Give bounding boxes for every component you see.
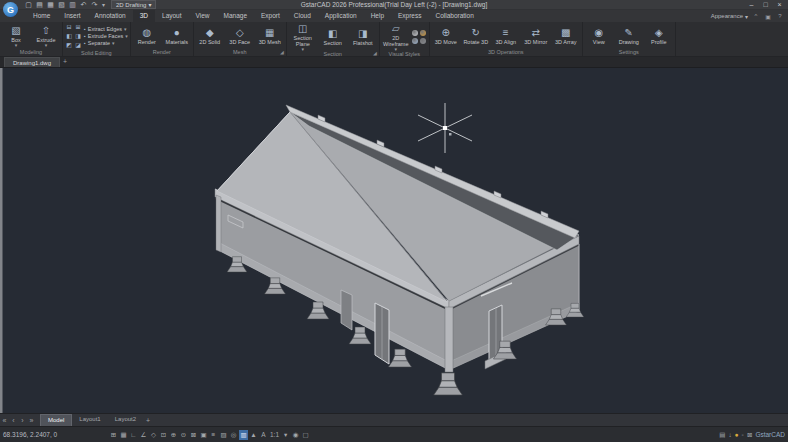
3d-mirror-button[interactable]: ⇄3D Mirror <box>522 27 550 45</box>
flatshot-button[interactable]: ◨Flatshot <box>349 28 377 46</box>
help-icon[interactable]: ? <box>776 13 784 19</box>
system-monitor-icon[interactable]: ▤ <box>719 431 725 439</box>
render-button[interactable]: ◍Render <box>133 27 161 45</box>
section-button[interactable]: ◧Section <box>319 28 347 46</box>
separate-button[interactable]: ▪Separate▾ <box>84 40 128 46</box>
new-file-button[interactable]: ▢ <box>24 0 33 9</box>
workspace-switcher[interactable]: 2D Drafting ▾ <box>111 0 156 9</box>
ribbon-tab-insert[interactable]: Insert <box>57 10 87 22</box>
layout-tab-layout2[interactable]: Layout2 <box>108 414 143 427</box>
solid-edit-icon-4[interactable]: ◩ <box>65 41 73 49</box>
full-screen-icon[interactable]: ⊠ <box>747 431 752 439</box>
ribbon-tab-view[interactable]: View <box>189 10 217 22</box>
visual-style-sphere-1[interactable] <box>420 30 426 36</box>
3d-building-model[interactable] <box>0 68 788 413</box>
drawing-button[interactable]: ✎Drawing <box>615 27 643 45</box>
profile-button[interactable]: ◈Profile <box>645 27 673 45</box>
model-paper-space-toggle[interactable]: ▥ <box>239 430 248 440</box>
ribbon-tab-collaboration[interactable]: Collaboration <box>428 10 480 22</box>
3d-array-button[interactable]: ▩3D Array <box>552 27 580 45</box>
extrude-button[interactable]: ⇧Extrude▾ <box>32 25 60 47</box>
ribbon-style-icon[interactable]: ▣ <box>764 13 772 20</box>
ribbon-tab-export[interactable]: Export <box>254 10 287 22</box>
ribbon-tab-layout[interactable]: Layout <box>155 10 189 22</box>
annotation-scale-menu-toggle[interactable]: ▾ <box>281 430 290 440</box>
tips-bulb-icon[interactable]: ● <box>735 431 739 438</box>
ribbon-tab-help[interactable]: Help <box>364 10 391 22</box>
ribbon-tab-cloud[interactable]: Cloud <box>287 10 318 22</box>
extract-edges-button[interactable]: ▪Extract Edges▾ <box>84 26 128 32</box>
new-document-button[interactable]: + <box>63 57 67 67</box>
minimize-button[interactable]: – <box>745 0 758 9</box>
updates-download-icon[interactable]: ↓ <box>728 431 731 438</box>
ribbon-tab-home[interactable]: Home <box>26 10 57 22</box>
view-button[interactable]: ◉View <box>585 27 613 45</box>
ortho-toggle[interactable]: ∟ <box>129 430 138 440</box>
panel-launcher-icon[interactable]: ◢ <box>373 50 377 56</box>
transparency-toggle[interactable]: ▨ <box>219 430 228 440</box>
qat-customize-button[interactable]: ▾ <box>102 1 105 8</box>
maximize-button[interactable]: □ <box>759 0 772 9</box>
solid-edit-icon-2[interactable]: ◧ <box>65 32 73 40</box>
annotation-scale-toggle[interactable]: 1:1 <box>269 430 280 440</box>
last-layout-button[interactable]: » <box>27 417 36 424</box>
visual-style-sphere-2[interactable] <box>412 38 418 44</box>
snap-toggle[interactable]: ⊞ <box>109 430 118 440</box>
isometric-drafting-toggle[interactable]: ◇ <box>149 430 158 440</box>
panel-launcher-icon[interactable]: ◢ <box>280 49 284 55</box>
selection-cycling-toggle[interactable]: ◎ <box>229 430 238 440</box>
cloud-sync-icon[interactable]: ◦ <box>742 431 744 438</box>
layout-tab-model[interactable]: Model <box>40 414 72 427</box>
section-plane-button[interactable]: ◫Section Plane▾ <box>289 23 317 51</box>
save-button[interactable]: ▦ <box>46 0 55 9</box>
grid-toggle[interactable]: ▦ <box>119 430 128 440</box>
3d-mesh-button[interactable]: ▦3D Mesh <box>256 27 284 45</box>
materials-button[interactable]: ●Materials <box>163 27 191 45</box>
solid-edit-icon-5[interactable]: ◪ <box>74 41 82 49</box>
layout-tab-layout1[interactable]: Layout1 <box>72 414 107 427</box>
solid-edit-icon-1[interactable]: ⊞ <box>74 23 82 31</box>
lineweight-toggle[interactable]: ≡ <box>209 430 218 440</box>
side-palette-edge[interactable] <box>0 68 3 413</box>
3d-move-button[interactable]: ⊕3D Move <box>432 27 460 45</box>
extrude-faces-button[interactable]: ▪Extrude Faces▾ <box>84 33 128 39</box>
first-layout-button[interactable]: « <box>0 417 9 424</box>
previous-layout-button[interactable]: ‹ <box>9 417 18 424</box>
clean-screen-toggle[interactable]: ▢ <box>301 430 310 440</box>
rotate-3d-button[interactable]: ↻Rotate 3D <box>462 27 490 45</box>
undo-button[interactable]: ↶ <box>79 0 88 9</box>
2d-solid-button[interactable]: ◆2D Solid <box>196 27 224 45</box>
visual-style-sphere-3[interactable] <box>420 38 426 44</box>
object-snap-toggle[interactable]: ⊡ <box>159 430 168 440</box>
plot-button[interactable]: ▧ <box>57 0 66 9</box>
3d-face-button[interactable]: ◇3D Face <box>226 27 254 45</box>
ribbon-tab-express[interactable]: Express <box>391 10 428 22</box>
solid-edit-icon-0[interactable]: ⊟ <box>65 23 73 31</box>
dynamic-input-toggle[interactable]: ▣ <box>199 430 208 440</box>
close-button[interactable]: × <box>773 0 786 9</box>
box-button[interactable]: ▧Box▾ <box>2 25 30 47</box>
3d-align-button[interactable]: ≡3D Align <box>492 27 520 45</box>
3d-object-snap-toggle[interactable]: ⊕ <box>169 430 178 440</box>
new-layout-button[interactable]: + <box>146 417 150 424</box>
object-snap-tracking-toggle[interactable]: ⊙ <box>179 430 188 440</box>
ribbon-tab-annotation[interactable]: Annotation <box>88 10 133 22</box>
solid-edit-icon-3[interactable]: ◨ <box>74 32 82 40</box>
annotation-auto-toggle[interactable]: A <box>259 430 268 440</box>
plot-preview-button[interactable]: ▥ <box>68 0 77 9</box>
dynamic-ucs-toggle[interactable]: ⊠ <box>189 430 198 440</box>
appearance-menu[interactable]: Appearance ▾ <box>711 13 748 20</box>
redo-button[interactable]: ↷ <box>90 0 99 9</box>
next-layout-button[interactable]: › <box>18 417 27 424</box>
polar-tracking-toggle[interactable]: ∠ <box>139 430 148 440</box>
minimize-ribbon-icon[interactable]: ^ <box>752 13 760 19</box>
2d-wireframe-button[interactable]: ▱2D Wireframe▾ <box>382 23 410 51</box>
isolate-objects-toggle[interactable]: ◉ <box>291 430 300 440</box>
annotation-visibility-toggle[interactable]: ▲ <box>249 430 258 440</box>
open-file-button[interactable]: ▤ <box>35 0 44 9</box>
ribbon-tab-application[interactable]: Application <box>318 10 364 22</box>
gstarcad-logo[interactable]: G <box>3 2 18 17</box>
ribbon-tab-3d[interactable]: 3D <box>133 10 155 22</box>
drawing-canvas[interactable] <box>0 68 788 413</box>
visual-style-sphere-0[interactable] <box>412 30 418 36</box>
